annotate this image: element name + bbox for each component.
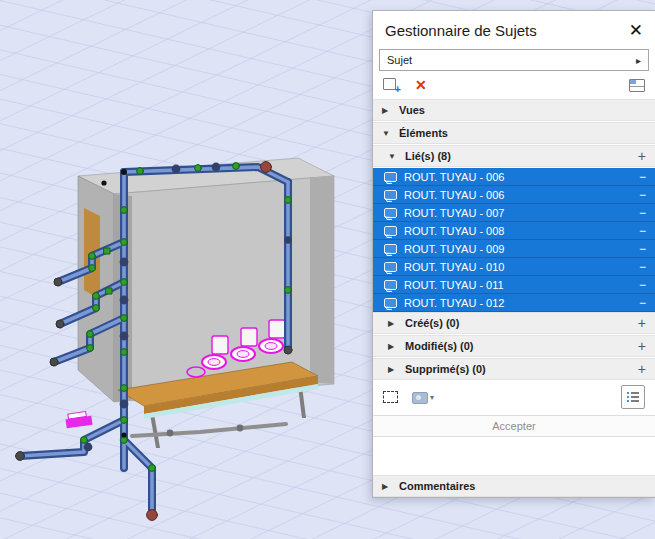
remove-element-icon[interactable]: − xyxy=(639,243,646,255)
plus-badge-icon: + xyxy=(395,84,401,95)
section-created[interactable]: ▶ Créé(s) (0) + xyxy=(373,312,655,334)
chevron-collapsed-icon: ▶ xyxy=(382,106,391,115)
section-vues[interactable]: ▶ Vues xyxy=(373,99,655,121)
list-item[interactable]: ROUT. TUYAU - 008 − xyxy=(373,222,655,240)
section-elements-label: Éléments xyxy=(399,127,448,139)
element-label: ROUT. TUYAU - 012 xyxy=(404,297,632,309)
section-deleted-label: Supprimé(s) (0) xyxy=(405,363,486,375)
section-deleted[interactable]: ▶ Supprimé(s) (0) + xyxy=(373,358,655,380)
chevron-expanded-icon: ▼ xyxy=(382,129,391,138)
close-icon[interactable]: ✕ xyxy=(629,22,643,39)
list-item[interactable]: ROUT. TUYAU - 010 − xyxy=(373,258,655,276)
elements-toolbar: ▾ xyxy=(373,381,655,413)
marquee-select-icon[interactable] xyxy=(383,391,398,403)
remove-element-icon[interactable]: − xyxy=(639,207,646,219)
panel-spacer xyxy=(373,437,655,472)
panel-toolbar: + ✕ xyxy=(373,76,655,99)
element-label: ROUT. TUYAU - 008 xyxy=(404,225,632,237)
topic-filter-value: Sujet xyxy=(387,54,412,66)
element-tag-icon xyxy=(384,190,397,200)
element-label: ROUT. TUYAU - 011 xyxy=(404,279,632,291)
element-tag-icon xyxy=(384,244,397,254)
list-item[interactable]: ROUT. TUYAU - 006 − xyxy=(373,168,655,186)
remove-element-icon[interactable]: − xyxy=(639,261,646,273)
capture-view-icon[interactable]: ▾ xyxy=(412,391,434,403)
list-item[interactable]: ROUT. TUYAU - 007 − xyxy=(373,204,655,222)
panel-title: Gestionnaire de Sujets xyxy=(385,22,629,39)
add-linked-icon[interactable]: + xyxy=(638,149,646,163)
list-item[interactable]: ROUT. TUYAU - 011 − xyxy=(373,276,655,294)
section-modified-label: Modifié(s) (0) xyxy=(405,340,473,352)
delete-topic-icon[interactable]: ✕ xyxy=(415,78,427,92)
element-tag-icon xyxy=(384,280,397,290)
element-label: ROUT. TUYAU - 009 xyxy=(404,243,632,255)
element-label: ROUT. TUYAU - 006 xyxy=(404,189,632,201)
element-tag-icon xyxy=(384,172,397,182)
element-label: ROUT. TUYAU - 007 xyxy=(404,207,632,219)
section-created-label: Créé(s) (0) xyxy=(405,317,459,329)
remove-element-icon[interactable]: − xyxy=(639,297,646,309)
element-tag-icon xyxy=(384,208,397,218)
list-item[interactable]: ROUT. TUYAU - 012 − xyxy=(373,294,655,312)
section-vues-label: Vues xyxy=(399,104,425,116)
list-settings-icon xyxy=(626,390,640,404)
remove-element-icon[interactable]: − xyxy=(639,225,646,237)
topic-manager-panel: Gestionnaire de Sujets ✕ Sujet ▸ + ✕ ▶ V… xyxy=(372,10,655,498)
section-comments-label: Commentaires xyxy=(399,480,475,492)
remove-element-icon[interactable]: − xyxy=(639,279,646,291)
linked-elements-list: ROUT. TUYAU - 006 − ROUT. TUYAU - 006 − … xyxy=(373,168,655,312)
topic-organizer-icon[interactable] xyxy=(629,79,645,92)
chevron-collapsed-icon: ▶ xyxy=(388,319,397,328)
remove-element-icon[interactable]: − xyxy=(639,189,646,201)
element-label: ROUT. TUYAU - 006 xyxy=(404,171,632,183)
section-elements[interactable]: ▼ Éléments xyxy=(373,122,655,144)
caret-down-icon: ▾ xyxy=(430,393,434,402)
element-list-settings-button[interactable] xyxy=(621,385,645,409)
remove-element-icon[interactable]: − xyxy=(639,171,646,183)
add-modified-icon[interactable]: + xyxy=(638,339,646,353)
section-linked-label: Lié(s) (8) xyxy=(405,150,451,162)
section-comments[interactable]: ▶ Commentaires xyxy=(373,475,655,497)
chevron-collapsed-icon: ▶ xyxy=(388,342,397,351)
section-modified[interactable]: ▶ Modifié(s) (0) + xyxy=(373,335,655,357)
add-created-icon[interactable]: + xyxy=(638,316,646,330)
new-topic-icon[interactable]: + xyxy=(383,78,399,92)
chevron-right-icon: ▸ xyxy=(636,55,641,66)
section-linked[interactable]: ▼ Lié(s) (8) + xyxy=(373,145,655,167)
accept-button[interactable]: Accepter xyxy=(373,415,655,437)
add-deleted-icon[interactable]: + xyxy=(638,362,646,376)
list-item[interactable]: ROUT. TUYAU - 009 − xyxy=(373,240,655,258)
chevron-expanded-icon: ▼ xyxy=(388,152,397,161)
chevron-collapsed-icon: ▶ xyxy=(382,482,391,491)
element-tag-icon xyxy=(384,298,397,308)
panel-header: Gestionnaire de Sujets ✕ xyxy=(373,11,655,49)
element-label: ROUT. TUYAU - 010 xyxy=(404,261,632,273)
element-tag-icon xyxy=(384,262,397,272)
element-tag-icon xyxy=(384,226,397,236)
chevron-collapsed-icon: ▶ xyxy=(388,365,397,374)
list-item[interactable]: ROUT. TUYAU - 006 − xyxy=(373,186,655,204)
topic-filter-dropdown[interactable]: Sujet ▸ xyxy=(379,49,649,71)
